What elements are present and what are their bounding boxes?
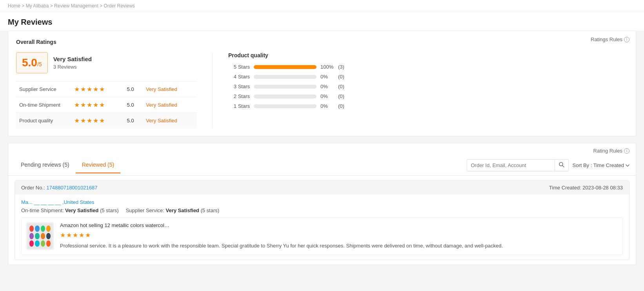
bar-count: (0) <box>338 93 344 99</box>
order-time-value: 2023-08-28 08:33 <box>582 185 623 191</box>
ratings-body: 5.0/5 Very Satisfied 3 Reviews Supplier … <box>16 52 628 128</box>
bar-row: 4 Stars 0% (0) <box>228 74 628 80</box>
star: ★ <box>99 101 105 109</box>
ratings-rules-top-button[interactable]: Ratings Rules i <box>591 36 629 42</box>
metric-label: Very Satisfied <box>143 82 196 97</box>
product-quality-title: Product quality <box>228 52 628 58</box>
star: ★ <box>80 85 86 93</box>
supplier-service-stars: (5 stars) <box>199 207 219 213</box>
rating-rules-bottom-icon: i <box>624 148 629 154</box>
on-time-shipment-label: On-time Shipment: <box>21 207 65 213</box>
supplier-service-label: Supplier Service: <box>126 207 166 213</box>
star: ★ <box>93 85 98 93</box>
metric-score: 5.0 <box>124 82 143 97</box>
bar-track <box>254 104 317 108</box>
bars-container: 5 Stars 100% (3) 4 Stars 0% (0) 3 Stars … <box>228 64 628 109</box>
metric-row: Supplier Service ★ ★ ★ ★ ★ 5.0 Very Sati… <box>16 82 196 97</box>
sort-by-dropdown[interactable]: Sort By : Time Created <box>573 162 630 168</box>
bar-label: 3 Stars <box>228 84 250 89</box>
bar-track <box>254 65 317 69</box>
order-id[interactable]: 174880718001021687 <box>46 185 97 191</box>
metric-stars: ★ ★ ★ ★ ★ <box>71 113 124 129</box>
star: ★ <box>93 117 98 124</box>
ratings-rules-top-label: Ratings Rules <box>591 36 622 42</box>
star: ★ <box>87 101 92 109</box>
star: ★ <box>80 117 86 124</box>
bar-pct: 0% <box>320 74 334 80</box>
main-content: Ratings Rules i Overall Ratings 5.0/5 Ve… <box>0 31 644 273</box>
score-box: 5.0/5 <box>16 52 48 73</box>
bar-pct: 0% <box>320 84 334 89</box>
bar-count: (0) <box>338 103 344 109</box>
metric-name: Supplier Service <box>16 82 71 97</box>
reviewer-name: Ma... __ __ __ __ ,United States <box>21 199 94 205</box>
search-icon <box>559 162 564 167</box>
bar-label: 2 Stars <box>228 93 250 99</box>
review-text: Professional service. It is a pleasure t… <box>60 242 618 250</box>
tab-pending[interactable]: Pending reviews (5) <box>15 162 76 173</box>
rating-rules-bottom-label: Rating Rules <box>593 148 622 154</box>
chevron-down-icon <box>626 164 629 167</box>
bar-label: 4 Stars <box>228 74 250 80</box>
bar-count: (0) <box>338 84 344 89</box>
order-header: Order No.: 174880718001021687 Time Creat… <box>15 181 629 195</box>
bar-track <box>254 75 317 79</box>
bar-row: 3 Stars 0% (0) <box>228 84 628 89</box>
review-star-3: ★ <box>73 231 78 239</box>
rating-rules-bottom-button[interactable]: Rating Rules i <box>8 143 636 154</box>
product-details: Amazon hot selling 12 metallic colors wa… <box>60 222 618 250</box>
score-reviews: 3 Reviews <box>53 64 92 70</box>
metrics-table: Supplier Service ★ ★ ★ ★ ★ 5.0 Very Sati… <box>16 81 196 128</box>
ratings-rules-info-icon: i <box>624 37 629 42</box>
bar-count: (3) <box>338 64 344 70</box>
review-star-2: ★ <box>66 231 72 239</box>
bar-pct: 0% <box>320 93 334 99</box>
page-title: My Reviews <box>0 12 644 31</box>
score-denom: /5 <box>37 61 42 67</box>
star: ★ <box>99 117 105 124</box>
product-review: Amazon hot selling 12 metallic colors wa… <box>21 217 623 255</box>
metric-label: Very Satisfied <box>143 113 196 129</box>
breadcrumb: Home > My Alibaba > Review Management > … <box>0 0 644 12</box>
star: ★ <box>80 101 86 109</box>
bar-track <box>254 85 317 89</box>
bar-label: 1 Stars <box>228 103 250 109</box>
right-section: Product quality 5 Stars 100% (3) 4 Stars… <box>212 52 628 128</box>
bar-row: 5 Stars 100% (3) <box>228 64 628 70</box>
sort-by-label: Sort By : Time Created <box>573 162 624 168</box>
star: ★ <box>74 101 80 109</box>
search-box <box>467 159 569 171</box>
review-star-1: ★ <box>60 231 65 239</box>
breadcrumb-myalibaba[interactable]: My Alibaba <box>26 3 49 9</box>
score-block: 5.0/5 Very Satisfied 3 Reviews <box>16 52 196 73</box>
breadcrumb-review-management[interactable]: Review Management <box>54 3 98 9</box>
tabs-right: Sort By : Time Created <box>467 159 630 175</box>
review-star-5: ★ <box>85 231 91 239</box>
order-body: Ma... __ __ __ __ ,United States On-time… <box>15 195 629 260</box>
bar-pct: 0% <box>320 103 334 109</box>
tab-reviewed[interactable]: Reviewed (5) <box>76 162 120 173</box>
svg-line-1 <box>562 166 564 167</box>
metric-stars: ★ ★ ★ ★ ★ <box>71 82 124 97</box>
bar-count: (0) <box>338 74 344 80</box>
star: ★ <box>99 85 105 93</box>
breadcrumb-current: Order Reviews <box>104 3 135 9</box>
breadcrumb-home[interactable]: Home <box>8 3 20 9</box>
metric-stars: ★ ★ ★ ★ ★ <box>71 97 124 113</box>
order-no-label: Order No.: 174880718001021687 <box>21 185 97 191</box>
metric-label: Very Satisfied <box>143 97 196 113</box>
bar-row: 2 Stars 0% (0) <box>228 93 628 99</box>
star: ★ <box>74 85 80 93</box>
star: ★ <box>74 117 80 124</box>
bar-label: 5 Stars <box>228 64 250 70</box>
ratings-card: Ratings Rules i Overall Ratings 5.0/5 Ve… <box>8 31 636 136</box>
reviewer-info: Ma... __ __ __ __ ,United States <box>21 199 623 205</box>
metric-score: 5.0 <box>124 97 143 113</box>
search-input[interactable] <box>467 160 555 171</box>
review-star-4: ★ <box>79 231 84 239</box>
search-button[interactable] <box>555 160 568 171</box>
overall-ratings-title: Overall Ratings <box>16 39 628 45</box>
bar-track <box>254 95 317 98</box>
review-meta: On-time Shipment: Very Satisfied (5 star… <box>21 207 623 213</box>
bar-row: 1 Stars 0% (0) <box>228 103 628 109</box>
